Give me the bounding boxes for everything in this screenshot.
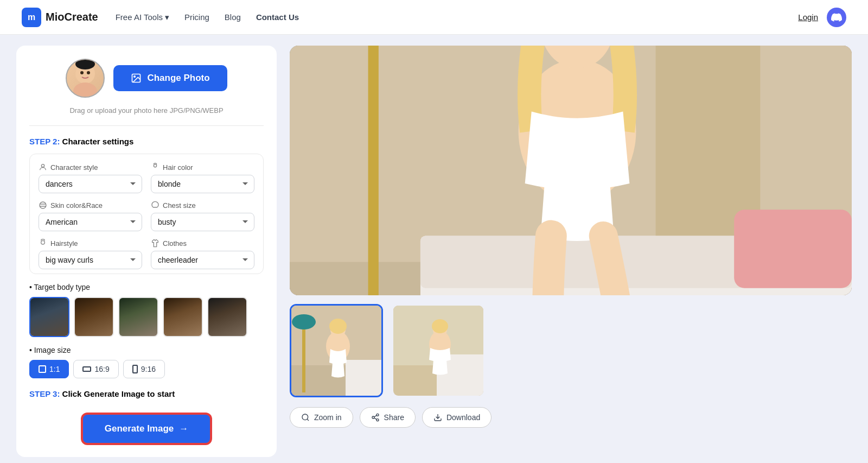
upload-hint: Drag or upload your photo here JPG/PNG/W…: [69, 106, 223, 115]
discord-icon[interactable]: [827, 8, 846, 27]
svg-point-8: [154, 164, 156, 167]
svg-rect-11: [39, 366, 46, 372]
skin-race-group: Skin color&Race American: [39, 201, 142, 231]
svg-point-2: [80, 71, 84, 74]
character-style-select[interactable]: dancers: [39, 175, 142, 193]
right-panel: Zoom in Share Download: [290, 46, 852, 457]
thumb-1-image: [291, 306, 383, 397]
logo[interactable]: m MioCreate: [22, 8, 98, 27]
share-button[interactable]: Share: [360, 407, 416, 428]
zoom-icon: [301, 413, 310, 422]
main-layout: Change Photo Drag or upload your photo h…: [0, 35, 868, 463]
svg-point-43: [376, 414, 379, 416]
hairstyle-icon: [39, 239, 47, 248]
zoom-in-button[interactable]: Zoom in: [290, 407, 353, 428]
nav-contact[interactable]: Contact Us: [256, 12, 299, 22]
logo-name: MioCreate: [46, 11, 98, 23]
clothes-icon: [151, 239, 159, 248]
svg-rect-13: [133, 365, 137, 373]
size-16-9-button[interactable]: 16:9: [73, 360, 118, 378]
square-icon: [39, 365, 46, 373]
svg-point-31: [292, 314, 316, 329]
svg-point-1: [73, 83, 97, 98]
change-photo-button[interactable]: Change Photo: [113, 65, 227, 91]
thumbnail-1[interactable]: [290, 304, 383, 397]
body-type-thumb-5[interactable]: [207, 297, 247, 337]
navbar-left: m MioCreate Free AI Tools ▾ Pricing Blog…: [22, 8, 299, 27]
main-generated-image: [290, 46, 852, 295]
thumbnails-row: [290, 304, 852, 397]
hairstyle-label: Hairstyle: [39, 239, 142, 248]
generate-image-button[interactable]: Generate Image →: [82, 414, 212, 444]
character-style-icon: [39, 163, 47, 172]
photo-upload-area: Change Photo Drag or upload your photo h…: [29, 59, 264, 126]
navbar: m MioCreate Free AI Tools ▾ Pricing Blog…: [0, 0, 868, 35]
svg-point-4: [75, 59, 95, 69]
size-9-16-button[interactable]: 9:16: [123, 360, 165, 378]
svg-rect-30: [302, 322, 305, 392]
photo-row: Change Photo: [66, 59, 227, 98]
logo-icon: m: [22, 8, 41, 27]
hairstyle-group: Hairstyle big wavy curls: [39, 239, 142, 269]
svg-point-7: [41, 164, 44, 167]
nav-blog[interactable]: Blog: [225, 12, 241, 22]
nav-links: Free AI Tools ▾ Pricing Blog Contact Us: [116, 12, 299, 22]
chest-size-icon: [151, 201, 159, 210]
skin-race-label: Skin color&Race: [39, 201, 142, 210]
login-link[interactable]: Login: [798, 12, 818, 22]
step2-label: STEP 2: Character settings: [29, 137, 264, 146]
portrait-icon: [132, 365, 138, 373]
hair-color-label: Hair color: [151, 163, 254, 172]
clothes-select[interactable]: cheerleader: [151, 251, 254, 269]
character-style-group: Character style dancers: [39, 163, 142, 193]
image-size-section: Image size 1:1 16:9 9:16: [29, 346, 264, 378]
body-type-section: Target body type: [29, 283, 264, 337]
character-settings-card: Character style dancers Hair color blond…: [29, 154, 264, 274]
photo-upload-icon: [131, 73, 142, 84]
body-type-thumb-1[interactable]: [29, 297, 69, 337]
hair-color-group: Hair color blonde: [151, 163, 254, 193]
size-options: 1:1 16:9 9:16: [29, 360, 264, 378]
left-panel: Change Photo Drag or upload your photo h…: [16, 46, 277, 457]
main-image-container: [290, 46, 852, 295]
action-buttons: Zoom in Share Download: [290, 407, 852, 428]
landscape-icon: [82, 366, 91, 372]
chest-size-select[interactable]: busty: [151, 213, 254, 231]
svg-line-46: [374, 418, 376, 420]
character-style-label: Character style: [39, 163, 142, 172]
thumbnail-2[interactable]: [392, 304, 485, 397]
nav-tools[interactable]: Free AI Tools ▾: [116, 12, 169, 22]
clothes-label: Clothes: [151, 239, 254, 248]
main-image-svg: [290, 46, 852, 295]
body-type-thumb-4[interactable]: [163, 297, 203, 337]
skin-race-select[interactable]: American: [39, 213, 142, 231]
svg-point-3: [87, 71, 90, 74]
body-type-thumb-3[interactable]: [118, 297, 158, 337]
chest-size-group: Chest size busty: [151, 201, 254, 231]
step3-label: STEP 3: Click Generate Image to start: [29, 389, 264, 398]
svg-point-9: [40, 202, 46, 208]
svg-rect-12: [83, 367, 91, 371]
arrow-icon: →: [179, 423, 188, 434]
navbar-right: Login: [798, 8, 846, 27]
step3-section: STEP 3: Click Generate Image to start Ge…: [29, 389, 264, 444]
thumb-2-image: [393, 306, 485, 397]
size-1-1-button[interactable]: 1:1: [29, 360, 69, 378]
svg-line-42: [307, 419, 309, 421]
avatar: [66, 59, 105, 98]
settings-grid: Character style dancers Hair color blond…: [39, 163, 254, 269]
svg-point-6: [134, 76, 136, 78]
generate-btn-wrapper: Generate Image →: [29, 406, 264, 444]
nav-pricing[interactable]: Pricing: [184, 12, 209, 22]
hair-color-icon: [151, 163, 159, 172]
svg-point-40: [432, 319, 448, 333]
svg-point-41: [302, 414, 308, 420]
download-icon: [433, 413, 442, 422]
body-type-thumb-2[interactable]: [74, 297, 114, 337]
svg-rect-29: [346, 360, 383, 397]
svg-rect-19: [734, 210, 852, 288]
svg-point-10: [41, 240, 45, 244]
download-button[interactable]: Download: [422, 407, 492, 428]
hairstyle-select[interactable]: big wavy curls: [39, 251, 142, 269]
hair-color-select[interactable]: blonde: [151, 175, 254, 193]
